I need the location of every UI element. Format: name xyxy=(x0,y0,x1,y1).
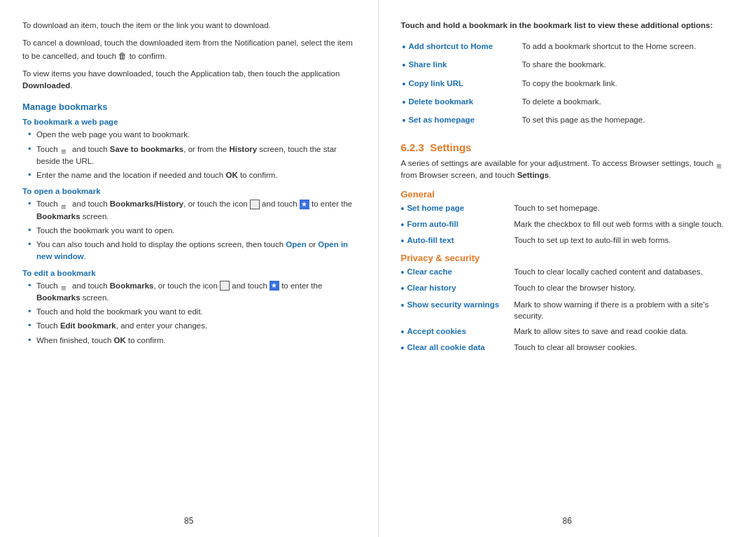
bullet-dot: • xyxy=(401,218,405,231)
menu-icon xyxy=(61,200,69,209)
to-edit-list: Touch and touch Bookmarks, or touch the … xyxy=(22,280,356,347)
option-desc: To copy the bookmark link. xyxy=(522,77,732,94)
page-number-right: 86 xyxy=(563,516,572,526)
setting-label: Clear all cookie data xyxy=(407,342,484,354)
table-row: • Delete bookmark To delete a bookmark. xyxy=(402,95,733,112)
setting-label-col: • Form auto-fill xyxy=(401,218,514,231)
table-row: • Set as homepage To set this page as th… xyxy=(402,113,733,130)
download-para-2: To cancel a download, touch the download… xyxy=(22,37,356,62)
setting-desc: Touch to clear all browser cookies. xyxy=(514,342,734,354)
setting-label: Auto-fill text xyxy=(407,235,454,246)
list-item: Touch and touch Bookmarks, or touch the … xyxy=(28,280,356,305)
option-label: Share link xyxy=(408,59,447,71)
list-item: When finished, touch OK to confirm. xyxy=(28,335,356,347)
setting-set-home-page: • Set home page Touch to set homepage. xyxy=(401,202,734,215)
bullet-dot: • xyxy=(401,342,405,354)
list-item: Touch and touch Bookmarks/History, or to… xyxy=(28,198,356,223)
setting-label: Accept cookies xyxy=(407,326,465,337)
setting-clear-all-cookies: • Clear all cookie data Touch to clear a… xyxy=(401,342,734,354)
setting-label: Clear cache xyxy=(407,266,452,278)
menu-icon xyxy=(61,145,69,153)
settings-title: 6.2.3 Settings xyxy=(401,141,734,153)
option-label: Set as homepage xyxy=(408,114,475,126)
table-row: • Share link To share the bookmark. xyxy=(402,58,733,75)
list-item: Touch Edit bookmark, and enter your chan… xyxy=(28,320,356,332)
bullet-dot: • xyxy=(402,114,406,127)
table-row: • Add shortcut to Home To add a bookmark… xyxy=(402,40,733,57)
setting-label-col: • Accept cookies xyxy=(401,326,514,338)
to-bookmark-heading: To bookmark a web page xyxy=(22,118,356,126)
list-item: Enter the name and the location if neede… xyxy=(28,169,356,181)
trash-icon: 🗑 xyxy=(118,51,127,61)
setting-show-security: • Show security warnings Mark to show wa… xyxy=(401,299,734,322)
bullet-dot: • xyxy=(401,282,405,295)
option-set-homepage: • Set as homepage xyxy=(402,114,515,127)
star-icon: ★ xyxy=(270,281,279,291)
option-desc: To set this page as the homepage. xyxy=(522,113,732,130)
setting-label: Form auto-fill xyxy=(407,218,458,230)
setting-label: Show security warnings xyxy=(407,299,499,311)
setting-label-col: • Auto-fill text xyxy=(401,235,514,247)
bullet-dot: • xyxy=(401,266,405,279)
option-delete-bookmark: • Delete bookmark xyxy=(402,96,515,109)
setting-desc: Touch to clear the browser history. xyxy=(514,282,734,294)
setting-label: Set home page xyxy=(407,202,464,214)
list-item: You can also touch and hold to display t… xyxy=(28,239,356,263)
setting-label-col: • Set home page xyxy=(401,202,514,215)
setting-label-col: • Show security warnings xyxy=(401,299,514,312)
bullet-dot: • xyxy=(402,96,406,109)
list-item: Touch and touch Save to bookmarks, or fr… xyxy=(28,144,356,168)
settings-intro: A series of settings are available for y… xyxy=(401,158,734,182)
option-desc: To delete a bookmark. xyxy=(522,95,732,112)
to-open-list: Touch and touch Bookmarks/History, or to… xyxy=(22,198,356,263)
download-para-1: To download an item, touch the item or t… xyxy=(22,20,356,32)
option-copy-url: • Copy link URL xyxy=(402,78,515,90)
setting-desc: Mark to show warning if there is a probl… xyxy=(514,299,734,322)
setting-clear-history: • Clear history Touch to clear the brows… xyxy=(401,282,734,295)
setting-label-col: • Clear all cookie data xyxy=(401,342,514,354)
star-icon: ★ xyxy=(300,200,309,209)
list-item: Touch the bookmark you want to open. xyxy=(28,225,356,237)
bullet-dot: • xyxy=(402,41,406,53)
bookmark-options-table: • Add shortcut to Home To add a bookmark… xyxy=(401,39,734,132)
to-bookmark-list: Open the web page you want to bookmark. … xyxy=(22,129,356,181)
general-heading: General xyxy=(401,189,734,200)
list-item: Open the web page you want to bookmark. xyxy=(28,129,356,141)
bookmarks-icon xyxy=(220,281,230,291)
setting-desc: Mark to allow sites to save and read coo… xyxy=(514,326,734,337)
setting-clear-cache: • Clear cache Touch to clear locally cac… xyxy=(401,266,734,279)
bookmarks-icon xyxy=(250,200,260,209)
bullet-dot: • xyxy=(401,299,405,312)
setting-label: Clear history xyxy=(407,282,456,294)
menu-icon xyxy=(61,281,69,290)
option-desc: To add a bookmark shortcut to the Home s… xyxy=(522,40,732,57)
setting-autofill-text: • Auto-fill text Touch to set up text to… xyxy=(401,235,734,247)
setting-label-col: • Clear cache xyxy=(401,266,514,279)
bullet-dot: • xyxy=(402,78,406,90)
menu-icon xyxy=(716,160,724,168)
option-desc: To share the bookmark. xyxy=(522,58,732,75)
page-number-left: 85 xyxy=(184,516,193,526)
bullet-dot: • xyxy=(401,326,405,338)
setting-desc: Touch to clear locally cached content an… xyxy=(514,266,734,278)
bullet-dot: • xyxy=(401,202,405,215)
setting-label-col: • Clear history xyxy=(401,282,514,295)
setting-desc: Mark the checkbox to fill out web forms … xyxy=(514,218,734,230)
bullet-dot: • xyxy=(402,59,406,71)
option-label: Copy link URL xyxy=(408,78,463,90)
option-label: Delete bookmark xyxy=(408,96,473,108)
list-item: Touch and hold the bookmark you want to … xyxy=(28,306,356,318)
privacy-heading: Privacy & security xyxy=(401,253,734,263)
setting-form-autofill: • Form auto-fill Mark the checkbox to fi… xyxy=(401,218,734,231)
download-para-3: To view items you have downloaded, touch… xyxy=(22,68,356,92)
to-open-heading: To open a bookmark xyxy=(22,187,356,195)
manage-bookmarks-heading: Manage bookmarks xyxy=(22,102,356,112)
setting-accept-cookies: • Accept cookies Mark to allow sites to … xyxy=(401,326,734,338)
option-share-link: • Share link xyxy=(402,59,515,71)
manage-bookmarks-section: Manage bookmarks To bookmark a web page … xyxy=(22,97,356,351)
left-page: To download an item, touch the item or t… xyxy=(0,0,379,537)
option-label: Add shortcut to Home xyxy=(408,41,493,53)
table-row: • Copy link URL To copy the bookmark lin… xyxy=(402,77,733,94)
to-edit-heading: To edit a bookmark xyxy=(22,269,356,277)
option-add-shortcut: • Add shortcut to Home xyxy=(402,41,515,53)
